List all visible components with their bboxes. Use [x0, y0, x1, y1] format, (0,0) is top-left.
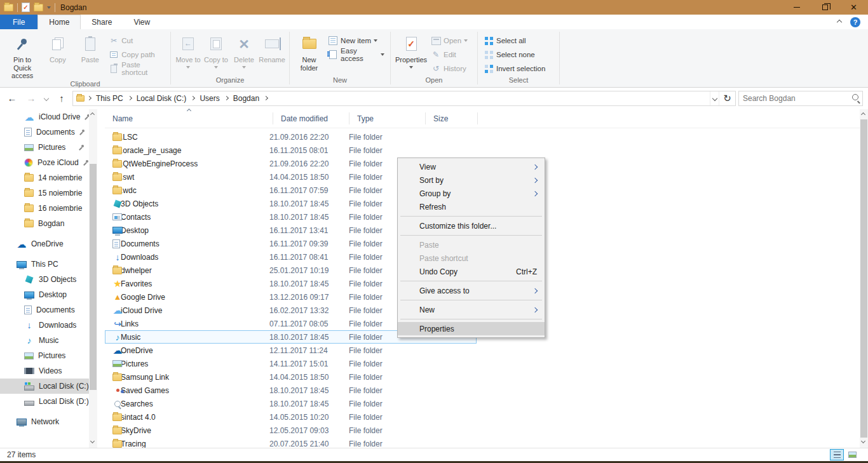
breadcrumb-item[interactable]: Users [195, 94, 224, 103]
scrollbar-thumb[interactable] [90, 164, 97, 390]
menu-item-view[interactable]: View [398, 160, 545, 173]
column-header-name[interactable]: Name [105, 109, 273, 128]
menu-item-paste-shortcut[interactable]: Paste shortcut [398, 252, 545, 265]
refresh-button[interactable]: ↻ [719, 91, 735, 105]
sidebar-scrollbar[interactable] [89, 109, 97, 448]
tab-file[interactable]: File [0, 15, 37, 29]
column-header-date-modified[interactable]: Date modified [273, 109, 349, 128]
copy-path-button[interactable]: Copy path [107, 48, 166, 61]
file-list-scrollbar[interactable] [860, 109, 868, 448]
sidebar-item-network[interactable]: Network [0, 414, 89, 429]
paste-shortcut-button[interactable]: Paste shortcut [107, 62, 166, 75]
breadcrumb-item[interactable]: Local Disk (C:) [132, 94, 191, 103]
sidebar-item-3d-objects[interactable]: 3D Objects [0, 272, 89, 287]
search-input[interactable] [739, 94, 850, 103]
back-button[interactable]: ← [4, 91, 20, 106]
breadcrumb-item[interactable]: This PC [92, 94, 128, 103]
sidebar-item-poze-icloud[interactable]: Poze iCloud [0, 155, 89, 170]
menu-item-paste[interactable]: Paste [398, 238, 545, 252]
qat-customize-icon[interactable] [47, 6, 51, 9]
invert-selection-button[interactable]: Invert selection [482, 62, 547, 75]
sidebar-item-videos[interactable]: Videos [0, 363, 89, 379]
tab-home[interactable]: Home [37, 15, 81, 29]
details-view-button[interactable] [830, 449, 844, 460]
new-folder-button[interactable]: New folder [294, 32, 325, 74]
chevron-right-icon[interactable] [128, 96, 132, 100]
select-all-button[interactable]: Select all [482, 34, 547, 47]
move-to-button[interactable]: Move to [175, 32, 201, 74]
new-item-button[interactable]: New item [326, 34, 386, 47]
breadcrumb[interactable]: This PCLocal Disk (C:)UsersBogdan ↻ [72, 91, 736, 106]
scrollbar-thumb[interactable] [860, 119, 867, 438]
copy-button[interactable]: Copy [42, 32, 73, 74]
sidebar-item-bogdan[interactable]: Bogdan [0, 216, 89, 231]
column-header-type[interactable]: Type [349, 109, 426, 128]
cut-button[interactable]: ✂ Cut [107, 34, 166, 47]
new-folder-qat-icon[interactable] [34, 4, 43, 11]
thumbnail-view-button[interactable] [845, 449, 859, 460]
help-icon[interactable]: ? [850, 17, 860, 27]
menu-item-customize-this-folder-[interactable]: Customize this folder... [398, 219, 545, 232]
close-button[interactable]: ✕ [839, 0, 868, 15]
pin-to-quick-access-button[interactable]: Pin to Quick access [4, 32, 41, 80]
menu-item-group-by[interactable]: Group by [398, 187, 545, 200]
file-row[interactable]: SkyDrive12.05.2017 09:03File folder [105, 424, 477, 437]
scroll-up-icon[interactable] [90, 112, 95, 117]
menu-item-refresh[interactable]: Refresh [398, 200, 545, 213]
forward-button[interactable]: → [23, 91, 39, 106]
file-row[interactable]: .LSC21.09.2016 22:20File folder [105, 130, 477, 144]
column-header-size[interactable]: Size [426, 109, 478, 128]
scroll-down-icon[interactable] [861, 439, 865, 443]
properties-button[interactable]: ✓ Properties [395, 32, 428, 74]
file-row[interactable]: Saved Games18.10.2017 18:45File folder [105, 384, 477, 397]
chevron-right-icon[interactable] [264, 96, 268, 100]
recent-locations-icon[interactable] [42, 91, 51, 106]
file-row[interactable]: Searches18.10.2017 18:45File folder [105, 397, 477, 410]
tab-view[interactable]: View [123, 15, 161, 29]
sidebar-item-pictures[interactable]: Pictures [0, 348, 89, 363]
minimize-button[interactable] [782, 0, 811, 15]
sidebar-item-14-noiembrie[interactable]: 14 noiembrie [0, 170, 89, 185]
address-dropdown-icon[interactable] [710, 91, 719, 105]
chevron-right-icon[interactable] [191, 96, 195, 100]
sidebar-item-documents[interactable]: Documents [0, 124, 89, 140]
select-none-button[interactable]: Select none [482, 48, 547, 61]
sidebar-item-downloads[interactable]: ↓Downloads [0, 318, 89, 333]
sidebar-item-15-noiembrie[interactable]: 15 noiembrie [0, 185, 89, 201]
properties-qat-icon[interactable]: ✓ [22, 3, 30, 12]
menu-item-sort-by[interactable]: Sort by [398, 173, 545, 187]
menu-item-new[interactable]: New [398, 303, 545, 316]
file-row[interactable]: Pictures14.11.2017 15:01File folder [105, 357, 477, 370]
menu-item-properties[interactable]: Properties [398, 322, 545, 335]
up-button[interactable]: ↑ [53, 91, 70, 106]
file-row[interactable]: .oracle_jre_usage16.11.2015 08:01File fo… [105, 144, 477, 157]
breadcrumb-item[interactable]: Bogdan [229, 94, 264, 103]
copy-to-button[interactable]: Copy to [203, 32, 229, 74]
scroll-down-icon[interactable] [90, 439, 95, 443]
sidebar-item-icloud-drive[interactable]: ☁iCloud Drive [0, 109, 89, 124]
sidebar-item-16-noiembrie[interactable]: 16 noiembrie [0, 201, 89, 216]
minimize-ribbon-icon[interactable] [837, 19, 842, 24]
open-button[interactable]: Open [429, 34, 470, 47]
history-button[interactable]: ↺ History [429, 62, 470, 75]
sidebar-item-documents[interactable]: Documents [0, 302, 89, 318]
file-row[interactable]: ☁OneDrive12.11.2017 11:24File folder [105, 344, 477, 357]
restore-button[interactable] [811, 0, 839, 15]
sidebar-item-music[interactable]: ♪Music [0, 333, 89, 348]
easy-access-button[interactable]: Easy access [326, 48, 386, 61]
delete-button[interactable]: ✕ Delete [231, 32, 257, 74]
file-row[interactable]: sintact 4.014.05.2015 10:20File folder [105, 410, 477, 424]
menu-item-give-access-to[interactable]: Give access to [398, 284, 545, 297]
chevron-right-icon[interactable] [224, 96, 229, 100]
sidebar-item-local-disk-c-[interactable]: Local Disk (C:) [0, 379, 89, 394]
menu-item-undo-copy[interactable]: Undo CopyCtrl+Z [398, 265, 545, 278]
edit-button[interactable]: ✎ Edit [429, 48, 470, 61]
sidebar-item-this-pc[interactable]: This PC [0, 257, 89, 272]
file-row[interactable]: Samsung Link14.04.2015 18:50File folder [105, 370, 477, 384]
sidebar-item-desktop[interactable]: Desktop [0, 287, 89, 302]
scroll-up-icon[interactable] [861, 112, 865, 117]
search-icon[interactable] [850, 92, 862, 105]
sidebar-item-local-disk-d-[interactable]: Local Disk (D:) [0, 394, 89, 409]
paste-button[interactable]: Paste [74, 32, 105, 74]
sidebar-item-onedrive[interactable]: ☁OneDrive [0, 236, 89, 252]
